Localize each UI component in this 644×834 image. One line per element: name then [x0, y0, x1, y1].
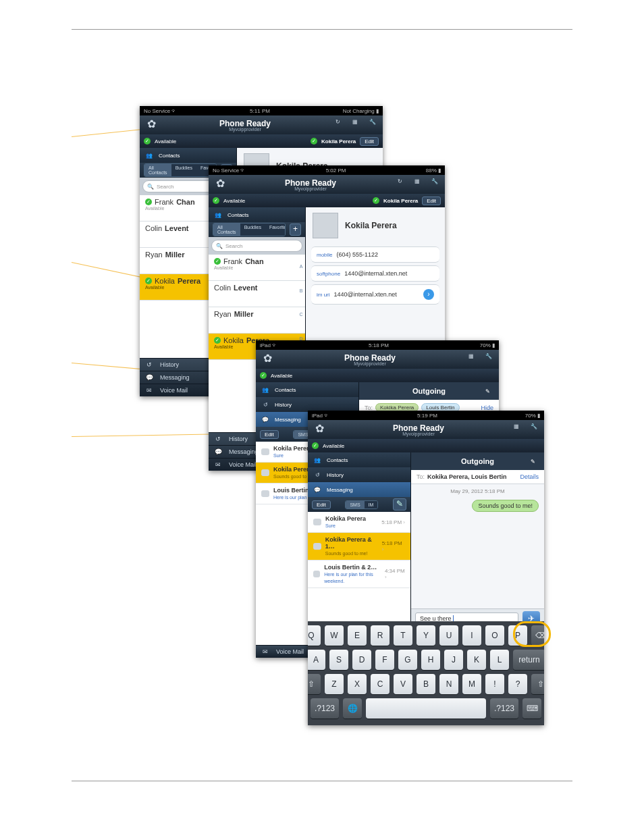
nav-contacts[interactable]: 👥Contacts	[140, 148, 236, 163]
contact-item[interactable]: Ryan Miller	[209, 307, 305, 334]
tab-all-contacts[interactable]: All Contacts	[213, 224, 240, 236]
key-⌨[interactable]: ⌨	[522, 698, 541, 719]
contacts-icon: 👥	[260, 387, 271, 393]
key-c[interactable]: C	[371, 674, 390, 694]
contacts-tabs: All Contacts Buddies Favorites +	[209, 222, 305, 237]
key-r[interactable]: R	[371, 625, 390, 646]
nav-contacts[interactable]: 👥Contacts	[308, 452, 410, 467]
settings-icon[interactable]: 🔧	[483, 353, 495, 365]
nav-contacts[interactable]: 👥Contacts	[209, 207, 305, 222]
thread-item[interactable]: Kokika Perera & 1…Sounds good to me!5:18…	[308, 533, 410, 561]
key-s[interactable]: S	[329, 650, 348, 670]
detail-row-mobile[interactable]: mobile(604) 555-1122	[311, 246, 439, 263]
key-space[interactable]	[366, 698, 486, 719]
key-f[interactable]: F	[375, 650, 394, 670]
to-field[interactable]: To: Kokika Perera, Louis Bertin Details	[411, 470, 544, 484]
messaging-icon: 💬	[144, 374, 155, 381]
key-return[interactable]: return	[513, 650, 544, 670]
thread-item[interactable]: Louis Bertin & 2…Here is our plan for th…	[308, 561, 410, 588]
key-a[interactable]: A	[308, 650, 325, 670]
nav-history[interactable]: ↺History	[256, 397, 358, 412]
key-⌫[interactable]: ⌫	[531, 625, 544, 646]
key-w[interactable]: W	[325, 625, 344, 646]
edit-button[interactable]: Edit	[260, 430, 279, 439]
app-header: ✿ Phone ReadyMyvoipprovider ▦ 🔧	[256, 350, 499, 369]
key-j[interactable]: J	[444, 650, 463, 670]
compose-button[interactable]: ✎	[393, 498, 406, 511]
key-h[interactable]: H	[421, 650, 440, 670]
key-i[interactable]: I	[462, 625, 481, 646]
dialpad-icon[interactable]: ▦	[349, 119, 361, 131]
detail-row-softphone[interactable]: softphone1440@internal.xten.net	[311, 265, 439, 282]
add-contact-button[interactable]: +	[290, 224, 301, 236]
key-🌐[interactable]: 🌐	[343, 698, 362, 719]
key-v[interactable]: V	[394, 674, 412, 694]
detail-row-im[interactable]: im uri1440@internal.xten.net›	[311, 284, 439, 305]
history-icon: ↺	[260, 402, 271, 408]
msg-title: Outgoing	[429, 457, 527, 465]
settings-icon[interactable]: 🔧	[429, 178, 441, 190]
hide-button[interactable]: Hide	[481, 405, 493, 411]
nav-contacts[interactable]: 👥Contacts	[256, 382, 358, 397]
keyboard: QWERTYUIOP⌫ ASDFGHJKLreturn ⇧ZXCVBNM!?⇧ …	[308, 621, 544, 725]
key-⇧[interactable]: ⇧	[308, 674, 321, 694]
key-m[interactable]: M	[462, 674, 481, 694]
key-b[interactable]: B	[417, 674, 435, 694]
compose-icon[interactable]: ✎	[481, 388, 493, 394]
key-d[interactable]: D	[352, 650, 371, 670]
refresh-icon[interactable]: ↻	[394, 178, 406, 190]
key-.?123[interactable]: .?123	[311, 698, 339, 719]
tab-all-contacts[interactable]: All Contacts	[144, 164, 171, 176]
key-t[interactable]: T	[394, 625, 412, 646]
key-k[interactable]: K	[467, 650, 486, 670]
tab-favorites[interactable]: Favorites	[265, 224, 286, 236]
seg-sms[interactable]: SMS	[346, 501, 364, 509]
presence-dot-icon: ✓	[145, 278, 152, 284]
key-.?123[interactable]: .?123	[490, 698, 518, 719]
edit-button[interactable]: Edit	[422, 197, 441, 205]
chevron-go-icon[interactable]: ›	[423, 289, 434, 300]
contact-item[interactable]: Colin Levent	[209, 281, 305, 307]
compose-icon[interactable]: ✎	[527, 459, 539, 465]
key-u[interactable]: U	[439, 625, 458, 646]
nav-history[interactable]: ↺History	[308, 467, 410, 482]
key-q[interactable]: Q	[308, 625, 321, 646]
detail-name: Kokila Perera	[345, 221, 397, 230]
dialpad-icon[interactable]: ▦	[411, 178, 423, 190]
dialpad-icon[interactable]: ▦	[510, 423, 522, 436]
contact-item[interactable]: ✓Frank ChanAvailable	[209, 255, 305, 281]
key-x[interactable]: X	[348, 674, 367, 694]
key-z[interactable]: Z	[325, 674, 344, 694]
key-l[interactable]: L	[490, 650, 509, 670]
edit-button[interactable]: Edit	[360, 137, 379, 146]
key-p[interactable]: P	[508, 625, 527, 646]
presence-status[interactable]: Available	[155, 138, 176, 145]
key-g[interactable]: G	[398, 650, 417, 670]
key-y[interactable]: Y	[417, 625, 435, 646]
dialpad-icon[interactable]: ▦	[465, 353, 477, 365]
tab-buddies[interactable]: Buddies	[171, 164, 196, 176]
history-icon: ↺	[144, 361, 155, 368]
key-o[interactable]: O	[485, 625, 504, 646]
details-button[interactable]: Details	[520, 473, 539, 480]
edit-button[interactable]: Edit	[312, 500, 331, 509]
thread-item[interactable]: Kokika PereraSure5:18 PM ›	[308, 512, 410, 533]
seg-im[interactable]: IM	[365, 501, 378, 509]
key-![interactable]: !	[485, 674, 504, 694]
tab-buddies[interactable]: Buddies	[240, 224, 265, 236]
app-header: ✿ Phone ReadyMyvoipprovider ▦ 🔧	[308, 420, 544, 439]
key-?[interactable]: ?	[508, 674, 527, 694]
bubble-icon	[313, 571, 320, 577]
presence-bar: ✓Available	[308, 439, 544, 452]
nav-messaging[interactable]: 💬Messaging	[308, 482, 410, 497]
refresh-icon[interactable]: ↻	[331, 119, 344, 131]
presence-dot-icon: ✓	[145, 199, 152, 205]
key-n[interactable]: N	[439, 674, 458, 694]
search-input[interactable]: 🔍Search	[211, 240, 302, 252]
key-⇧[interactable]: ⇧	[531, 674, 544, 694]
presence-dot-icon: ✓	[260, 372, 267, 379]
settings-icon[interactable]: 🔧	[367, 119, 379, 131]
settings-icon[interactable]: 🔧	[528, 423, 540, 436]
key-e[interactable]: E	[348, 625, 367, 646]
voicemail-icon: ✉	[213, 461, 223, 468]
